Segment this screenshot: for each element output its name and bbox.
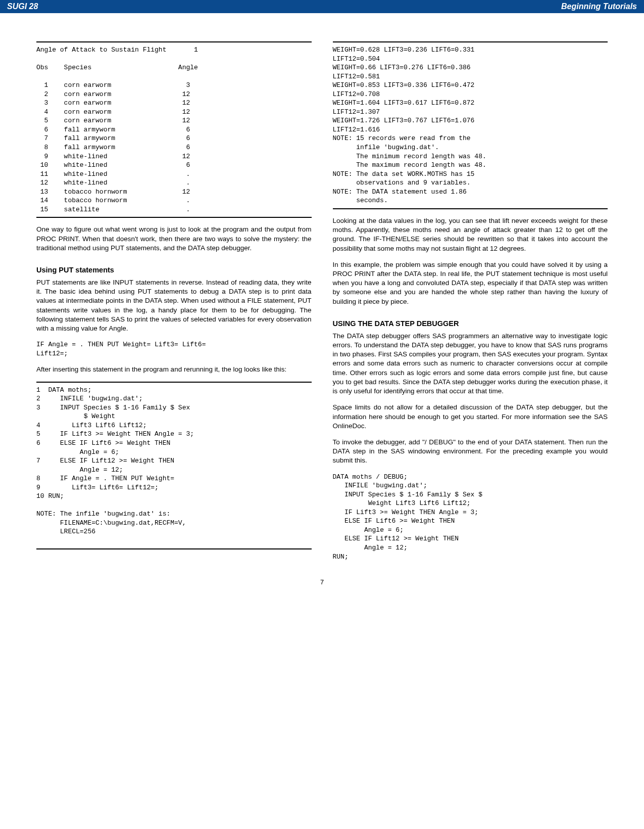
log-listing-box: 1 DATA moths; 2 INFILE 'bugwing.dat'; 3 … <box>36 382 312 549</box>
header-bar: SUGI 28 Beginning Tutorials <box>0 0 644 13</box>
paragraph: Space limits do not allow for a detailed… <box>333 403 608 431</box>
code-snippet: IF Angle = . THEN PUT Weight= Lift3= Lif… <box>36 340 312 358</box>
paragraph: The DATA step debugger offers SAS progra… <box>333 332 608 396</box>
code-snippet: DATA moths / DEBUG; INFILE 'bugwing.dat'… <box>333 473 608 561</box>
paragraph: In this example, the problem was simple … <box>333 260 608 306</box>
left-column: Angle of Attack to Sustain Flight 1 Obs … <box>36 38 312 568</box>
log-output-box: WEIGHT=0.628 LIFT3=0.236 LIFT6=0.331 LIF… <box>333 41 608 209</box>
header-right: Beginning Tutorials <box>561 2 637 11</box>
two-column-layout: Angle of Attack to Sustain Flight 1 Obs … <box>36 38 608 568</box>
right-column: WEIGHT=0.628 LIFT3=0.236 LIFT6=0.331 LIF… <box>333 38 608 568</box>
header-left: SUGI 28 <box>7 2 38 11</box>
paragraph: One way to figure out what went wrong is… <box>36 225 312 253</box>
page-body: Angle of Attack to Sustain Flight 1 Obs … <box>0 13 644 601</box>
paragraph: After inserting this statement in the pr… <box>36 365 312 374</box>
output-listing-box: Angle of Attack to Sustain Flight 1 Obs … <box>36 41 312 218</box>
section-heading-put: Using PUT statements <box>36 266 312 274</box>
page-number: 7 <box>36 578 608 586</box>
paragraph: PUT statements are like INPUT statements… <box>36 278 312 333</box>
paragraph: To invoke the debugger, add "/ DEBUG" to… <box>333 438 608 466</box>
section-heading-debugger: USING THE DATA STEP DEBUGGER <box>333 319 608 328</box>
paragraph: Looking at the data values in the log, y… <box>333 216 608 253</box>
